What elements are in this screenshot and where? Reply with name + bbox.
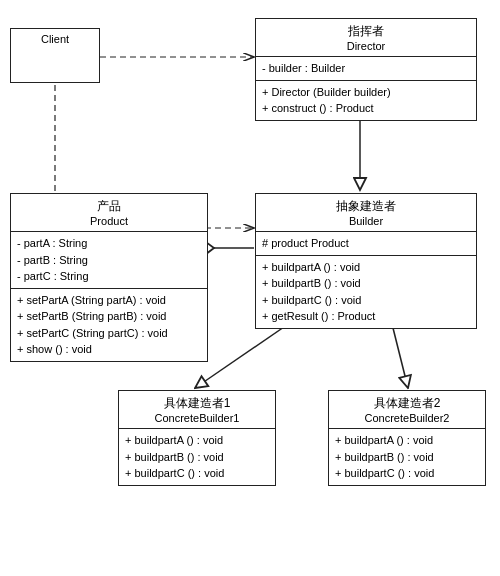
builder-methods: + buildpartA () : void + buildpartB () :… <box>256 255 476 328</box>
builder-box: 抽象建造者 Builder # product Product + buildp… <box>255 193 477 329</box>
director-box: 指挥者 Director - builder : Builder + Direc… <box>255 18 477 121</box>
product-fields: - partA : String - partB : String - part… <box>11 231 207 288</box>
director-methods: + Director (Builder builder) + construct… <box>256 80 476 120</box>
client-box: Client <box>10 28 100 83</box>
product-field-1: - partA : String <box>17 235 201 252</box>
concrete2-methods: + buildpartA () : void + buildpartB () :… <box>329 428 485 485</box>
product-methods: + setPartA (String partA) : void + setPa… <box>11 288 207 361</box>
concrete1-label-cn: 具体建造者1 <box>125 395 269 412</box>
product-method-4: + show () : void <box>17 341 201 358</box>
uml-diagram: Client 指挥者 Director - builder : Builder … <box>0 0 500 576</box>
director-field-1: - builder : Builder <box>262 60 470 77</box>
product-label-cn: 产品 <box>17 198 201 215</box>
concrete2-label-cn: 具体建造者2 <box>335 395 479 412</box>
concrete1-method-3: + buildpartC () : void <box>125 465 269 482</box>
builder-method-4: + getResult () : Product <box>262 308 470 325</box>
builder-method-3: + buildpartC () : void <box>262 292 470 309</box>
product-label-en: Product <box>17 215 201 227</box>
builder-method-2: + buildpartB () : void <box>262 275 470 292</box>
concrete1-methods: + buildpartA () : void + buildpartB () :… <box>119 428 275 485</box>
director-label-cn: 指挥者 <box>262 23 470 40</box>
product-field-2: - partB : String <box>17 252 201 269</box>
concrete1-method-2: + buildpartB () : void <box>125 449 269 466</box>
product-header: 产品 Product <box>11 194 207 231</box>
concrete2-label-en: ConcreteBuilder2 <box>335 412 479 424</box>
builder-method-1: + buildpartA () : void <box>262 259 470 276</box>
concrete2-header: 具体建造者2 ConcreteBuilder2 <box>329 391 485 428</box>
concrete1-box: 具体建造者1 ConcreteBuilder1 + buildpartA () … <box>118 390 276 486</box>
builder-fields: # product Product <box>256 231 476 255</box>
director-method-2: + construct () : Product <box>262 100 470 117</box>
client-header: Client <box>11 29 99 49</box>
builder-label-cn: 抽象建造者 <box>262 198 470 215</box>
director-header: 指挥者 Director <box>256 19 476 56</box>
builder-label-en: Builder <box>262 215 470 227</box>
builder-field-1: # product Product <box>262 235 470 252</box>
product-box: 产品 Product - partA : String - partB : St… <box>10 193 208 362</box>
product-method-1: + setPartA (String partA) : void <box>17 292 201 309</box>
concrete1-method-1: + buildpartA () : void <box>125 432 269 449</box>
builder-header: 抽象建造者 Builder <box>256 194 476 231</box>
director-label-en: Director <box>262 40 470 52</box>
director-method-1: + Director (Builder builder) <box>262 84 470 101</box>
concrete2-method-2: + buildpartB () : void <box>335 449 479 466</box>
concrete2-method-1: + buildpartA () : void <box>335 432 479 449</box>
director-fields: - builder : Builder <box>256 56 476 80</box>
concrete2-method-3: + buildpartC () : void <box>335 465 479 482</box>
client-label: Client <box>17 33 93 45</box>
product-field-3: - partC : String <box>17 268 201 285</box>
concrete2-box: 具体建造者2 ConcreteBuilder2 + buildpartA () … <box>328 390 486 486</box>
concrete1-label-en: ConcreteBuilder1 <box>125 412 269 424</box>
product-method-2: + setPartB (String partB) : void <box>17 308 201 325</box>
product-method-3: + setPartC (String partC) : void <box>17 325 201 342</box>
concrete1-header: 具体建造者1 ConcreteBuilder1 <box>119 391 275 428</box>
